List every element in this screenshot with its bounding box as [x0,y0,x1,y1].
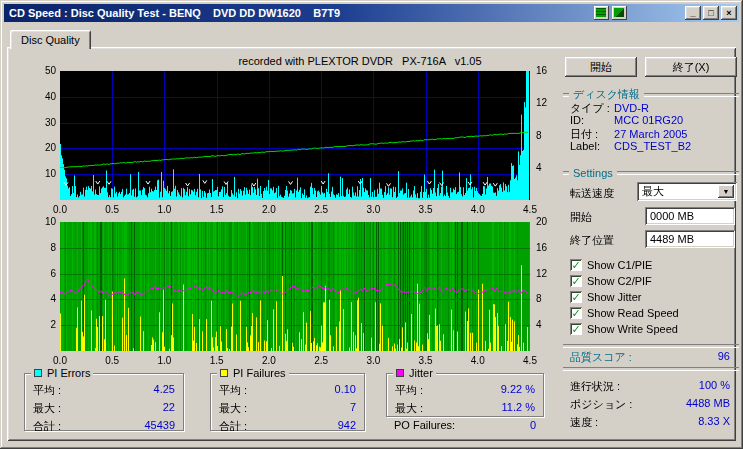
stat-label: 平均 : [219,383,247,398]
maximize-button[interactable]: □ [703,6,719,20]
position-row: ポジション : 4488 MB [570,397,730,412]
green-grid-icon[interactable] [594,6,609,20]
axis-tick-label: 16 [536,65,547,76]
disc-id-row: ID: MCC 01RG20 [570,114,683,126]
checkbox-label: Show C1/PIE [587,259,652,271]
stat-value: 22 [163,401,175,416]
heading-line [617,171,739,175]
stat-value: 9.22 % [501,383,535,398]
progress-row: 進行状況 : 100 % [570,379,730,394]
settings-heading: Settings [563,167,739,179]
speed-row: 速度 : 8.33 X [570,415,730,430]
start-test-button[interactable]: 開始 [565,57,637,77]
jitter-title: Jitter [409,367,433,379]
stat-row: 最大 : 22 [25,401,183,416]
checked-checkbox-icon[interactable]: ✓ [570,291,582,303]
axis-tick-label: 4.5 [523,355,537,366]
pi-failures-legend: PI Failures [217,367,289,379]
heading-line [644,93,739,97]
axis-tick-label: 12 [536,268,547,279]
position-value: 4488 MB [686,397,730,412]
axis-tick-label: 4 [536,319,542,330]
axis-tick-label: 10 [30,168,56,179]
axis-tick-label: 0.0 [53,204,67,215]
axis-tick-label: 10 [30,216,56,227]
tab-disc-quality[interactable]: Disc Quality [10,30,91,49]
stat-value: 45439 [144,419,175,434]
axis-tick-label: 20 [536,216,547,227]
close-button[interactable]: × [721,6,737,20]
checked-checkbox-icon[interactable]: ✓ [570,323,582,335]
quality-score-label: 品質スコア : [570,350,632,365]
tab-label: Disc Quality [21,34,80,46]
axis-tick-label: 1.5 [210,355,224,366]
disc-id-label: ID: [570,114,611,126]
green-chart-icon[interactable] [612,6,627,20]
po-failures-row: PO Failures: 0 [386,419,544,431]
axis-tick-label: 4.5 [523,204,537,215]
checkbox-show-c2-pif[interactable]: ✓ Show C2/PIF [570,274,652,288]
axis-tick-label: 30 [30,117,56,128]
axis-tick-label: 6 [30,268,56,279]
axis-tick-label: 3.5 [419,355,433,366]
transfer-speed-select[interactable]: 最大 ▼ [637,182,737,201]
checkbox-show-jitter[interactable]: ✓ Show Jitter [570,290,641,304]
window-controls: _ □ × [685,6,737,20]
axis-tick-label: 2 [30,319,56,330]
checkbox-show-read-speed[interactable]: ✓ Show Read Speed [570,306,679,320]
checkbox-show-c1-pie[interactable]: ✓ Show C1/PIE [570,258,652,272]
po-failures-label: PO Failures: [394,419,455,431]
pi-errors-statbox: PI Errors 平均 : 4.25 最大 : 22 合計 : 45439 [24,373,184,431]
end-position-field[interactable] [645,230,735,248]
stat-row: 合計 : 942 [211,419,364,434]
stat-value: 11.2 % [502,401,535,416]
axis-tick-label: 12 [536,97,547,108]
axis-tick-label: 2.5 [314,355,328,366]
transfer-speed-label: 転送速度 [570,186,614,201]
checked-checkbox-icon[interactable]: ✓ [570,275,582,287]
tab-page: recorded with PLEXTOR DVDR PX-716A v1.05… [7,47,736,441]
stat-label: 合計 : [219,419,247,434]
checkbox-show-write-speed[interactable]: ✓ Show Write Speed [570,322,678,336]
minimize-button[interactable]: _ [685,6,701,20]
pi-failures-swatch-icon [220,369,228,377]
axis-tick-label: 2.0 [262,355,276,366]
jitter-statbox: Jitter 平均 : 9.22 % 最大 : 11.2 % [386,373,544,417]
separator [563,344,739,348]
axis-tick-label: 4.0 [471,355,485,366]
start-position-field[interactable] [645,207,735,225]
checked-checkbox-icon[interactable]: ✓ [570,307,582,319]
axis-tick-label: 2.5 [314,204,328,215]
axis-tick-label: 1.5 [210,204,224,215]
window-title: CD Speed : Disc Quality Test - BENQ DVD … [4,7,340,19]
axis-tick-label: 3.0 [366,204,380,215]
stat-row: 平均 : 9.22 % [387,383,543,398]
pi-errors-legend: PI Errors [31,367,93,379]
axis-tick-label: 40 [30,91,56,102]
axis-tick-label: 1.0 [157,204,171,215]
quality-score-row: 品質スコア : 96 [570,350,730,365]
disc-info-title: ディスク情報 [573,87,640,102]
stat-label: 平均 : [395,383,423,398]
settings-title: Settings [573,167,613,179]
axis-tick-label: 4 [30,293,56,304]
progress-value: 100 % [699,379,730,394]
disc-label-label: Label: [570,140,611,152]
stat-row: 平均 : 4.25 [25,383,183,398]
axis-tick-label: 2.0 [262,204,276,215]
disc-info-heading: ディスク情報 [563,87,739,102]
disc-date-value: 27 March 2005 [614,128,687,140]
pi-failures-statbox: PI Failures 平均 : 0.10 最大 : 7 合計 : 942 [210,373,365,431]
checkbox-label: Show Read Speed [587,307,679,319]
titlebar[interactable]: CD Speed : Disc Quality Test - BENQ DVD … [4,4,739,22]
jitter-swatch-icon [396,369,404,377]
dropdown-arrow-icon[interactable]: ▼ [718,185,734,198]
stat-label: 最大 : [395,401,423,416]
disc-id-value: MCC 01RG20 [614,114,683,126]
pi-errors-title: PI Errors [47,367,90,379]
axis-tick-label: 16 [536,242,547,253]
checked-checkbox-icon[interactable]: ✓ [570,259,582,271]
exit-button[interactable]: 終了(X) [645,57,737,77]
speed-value: 8.33 X [698,415,730,430]
po-failures-value: 0 [530,419,536,431]
